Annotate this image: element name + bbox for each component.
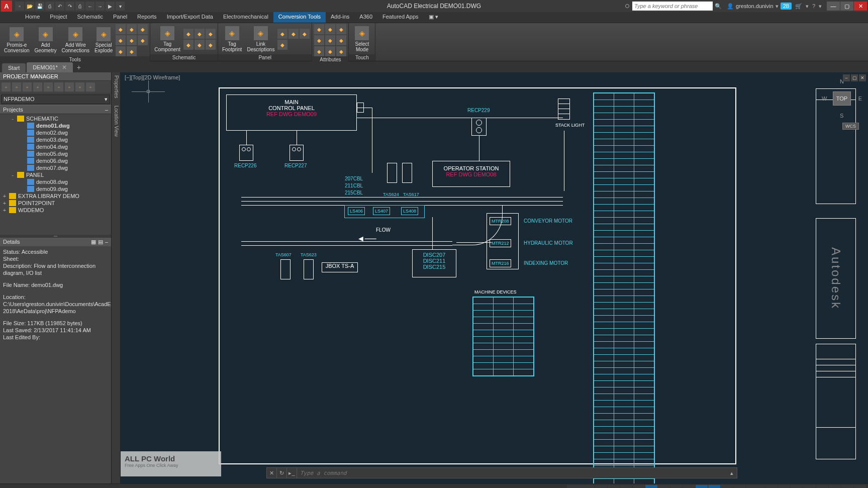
tag-footprint-button[interactable]: ◈TagFootprint — [220, 25, 244, 53]
user-name[interactable]: greston.dunivin — [736, 3, 774, 9]
small-tool-1[interactable]: ◆ — [288, 29, 299, 39]
project-tree[interactable]: -SCHEMATICdemo01.dwgdemo02.dwgdemo03.dwg… — [0, 114, 111, 235]
pm-new-button[interactable]: ▫ — [2, 82, 11, 91]
qat-plot-button[interactable]: ⎙ — [75, 2, 84, 11]
infocenter-icon[interactable] — [625, 4, 629, 8]
ribbon-minimize-button[interactable]: ▣ ▾ — [424, 12, 443, 23]
view-cube[interactable]: N S W E TOP — [822, 78, 862, 119]
signin-icon[interactable]: 👤 — [727, 3, 734, 10]
pm-next-button[interactable]: ▫ — [33, 82, 42, 91]
drawing-canvas[interactable]: – ▢ ✕ [−][Top][2D Wireframe] MAIN CONTRO… — [121, 72, 868, 483]
close-button[interactable]: ✕ — [854, 2, 867, 11]
small-tool-5[interactable]: ◆ — [206, 40, 216, 50]
active-project-combo[interactable]: NFPADEMO ▾ — [1, 94, 110, 104]
small-tool-0[interactable]: ◆ — [314, 24, 324, 34]
ribbon-tab-electromechanical[interactable]: Electromechanical — [218, 12, 273, 23]
view-controls-label[interactable]: [−][Top][2D Wireframe] — [125, 74, 180, 80]
vp-max-button[interactable]: ▢ — [851, 74, 858, 81]
small-tool-7[interactable]: ◆ — [127, 46, 137, 56]
pm-refresh-button[interactable]: ▫ — [12, 82, 21, 91]
ribbon-tab-a-[interactable]: A360 — [354, 12, 377, 23]
qat-forward-button[interactable]: → — [95, 2, 105, 11]
small-tool-6[interactable]: ◆ — [314, 46, 324, 56]
minimize-button[interactable]: — — [827, 2, 840, 11]
small-tool-4[interactable]: ◆ — [325, 35, 335, 45]
small-tool-2[interactable]: ◆ — [336, 24, 346, 34]
qprops-button[interactable]: ▣ — [721, 485, 733, 488]
small-tool-5[interactable]: ◆ — [138, 35, 148, 45]
hw-accel-button[interactable]: ⚡ — [816, 485, 828, 488]
workspace-button[interactable]: ✿ ▾ — [765, 485, 778, 488]
qat-undo-button[interactable]: ↶ — [55, 2, 64, 11]
ribbon-tab-import-export-data[interactable]: Import/Export Data — [162, 12, 218, 23]
add-geom-button[interactable]: ◈AddGeometry — [33, 26, 59, 54]
details-header[interactable]: Details ▦▤– — [0, 238, 111, 246]
cleanscreen-button[interactable]: ⛶ — [841, 485, 853, 488]
command-input[interactable] — [297, 470, 727, 476]
customize-button[interactable]: ≡ — [854, 485, 866, 488]
doc-tab-start[interactable]: Start — [2, 63, 26, 72]
qat-open-button[interactable]: 📂 — [25, 2, 34, 11]
grid-button[interactable]: ▦ — [595, 485, 607, 488]
small-tool-3[interactable]: ◆ — [116, 35, 126, 45]
properties-palette-tab[interactable]: Properties — [112, 72, 121, 103]
details-view-icon[interactable]: ▦ — [91, 239, 96, 245]
sc-button[interactable]: ⊡ — [733, 485, 745, 488]
tree-item-schematic[interactable]: -SCHEMATIC — [0, 115, 111, 122]
dyn-input-button[interactable]: ⊕ — [708, 485, 720, 488]
model-space-button[interactable]: MODEL — [567, 485, 595, 488]
doc-tab-demo01[interactable]: DEMO01*✕ — [27, 62, 73, 72]
cmd-up-icon[interactable]: ▴ — [727, 468, 737, 478]
tree-item-demo09dwg[interactable]: demo09.dwg — [0, 185, 111, 192]
small-tool-3[interactable]: ◆ — [314, 35, 324, 45]
ribbon-tab-project[interactable]: Project — [45, 12, 72, 23]
vp-close-button[interactable]: ✕ — [859, 74, 866, 81]
ribbon-tab-conversion-tools[interactable]: Conversion Tools — [273, 12, 326, 23]
small-tool-0[interactable]: ◆ — [277, 29, 287, 39]
cmd-close-icon[interactable]: ✕ — [267, 468, 277, 478]
small-tool-5[interactable]: ◆ — [336, 35, 346, 45]
app-logo[interactable]: A — [1, 1, 12, 12]
tree-item-demo02dwg[interactable]: demo02.dwg — [0, 129, 111, 136]
ribbon-tab-add-ins[interactable]: Add-ins — [326, 12, 354, 23]
wcs-badge[interactable]: WCS — [842, 123, 859, 130]
otrack-button[interactable]: ∠ — [658, 485, 670, 488]
help-icon[interactable]: ? — [812, 3, 815, 9]
details-list-icon[interactable]: ▤ — [98, 239, 103, 245]
tree-item-demo08dwg[interactable]: demo08.dwg — [0, 178, 111, 185]
ribbon-tab-featured-apps[interactable]: Featured Apps — [377, 12, 424, 23]
tree-item-demo03dwg[interactable]: demo03.dwg — [0, 136, 111, 143]
small-tool-2[interactable]: ◆ — [300, 29, 310, 39]
nav-south[interactable]: S — [840, 113, 843, 119]
tree-item-demo07dwg[interactable]: demo07.dwg — [0, 164, 111, 171]
ribbon-tab-panel[interactable]: Panel — [108, 12, 132, 23]
qat-save-button[interactable]: 💾 — [35, 2, 44, 11]
pm-save-button[interactable]: ▫ — [54, 82, 63, 91]
cmd-recent-icon[interactable]: ↻ — [277, 468, 287, 478]
isolate-button[interactable]: ◎ — [829, 485, 841, 488]
pm-help-button[interactable]: ▫ — [86, 82, 95, 91]
qat-play-button[interactable]: ▶ — [106, 2, 115, 11]
nav-face-top[interactable]: TOP — [833, 91, 851, 106]
notification-count[interactable]: 28 — [781, 3, 792, 10]
qat-new-button[interactable]: ▫ — [15, 2, 24, 11]
qat-dropdown-icon[interactable]: ▾ — [116, 2, 125, 11]
qat-saveall-button[interactable]: ⎙ — [45, 2, 54, 11]
location-view-tab[interactable]: Location View — [112, 103, 121, 483]
small-tool-7[interactable]: ◆ — [325, 46, 335, 56]
ortho-button[interactable]: ⊥ — [620, 485, 632, 488]
small-tool-0[interactable]: ◆ — [183, 29, 194, 39]
tag-component-button[interactable]: ◈TagComponent — [152, 25, 182, 53]
ribbon-tab-home[interactable]: Home — [20, 12, 45, 23]
snap-button[interactable]: ⊞ — [608, 485, 620, 488]
vp-min-button[interactable]: – — [843, 74, 850, 81]
small-tool-3[interactable]: ◆ — [277, 40, 287, 50]
small-tool-2[interactable]: ◆ — [138, 24, 148, 34]
exchange-icon[interactable]: 🛒 — [795, 3, 802, 10]
cycling-button[interactable]: ⟲ — [696, 485, 708, 488]
small-tool-4[interactable]: ◆ — [127, 35, 137, 45]
collapse-icon[interactable]: – — [105, 107, 108, 113]
search-icon[interactable]: 🔍 — [715, 3, 722, 10]
maximize-button[interactable]: ▢ — [840, 2, 853, 11]
small-tool-3[interactable]: ◆ — [183, 40, 194, 50]
